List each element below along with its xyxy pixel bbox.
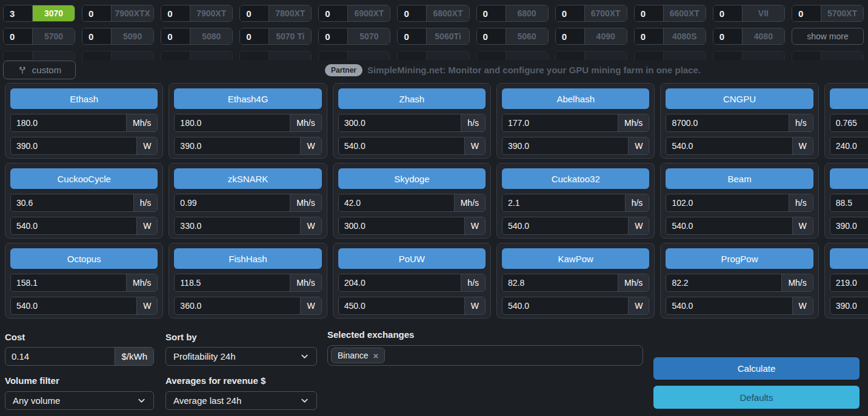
algorithm-button[interactable]: FishHash bbox=[174, 248, 321, 269]
power-input[interactable] bbox=[666, 137, 792, 154]
custom-button[interactable]: custom bbox=[3, 61, 76, 79]
algorithm-button[interactable]: PoUW bbox=[338, 248, 486, 269]
algorithm-button[interactable]: Xelishashv2 bbox=[830, 168, 868, 189]
gpu-count-input[interactable] bbox=[398, 28, 427, 44]
sort-by-select[interactable]: Profitability 24h bbox=[165, 347, 317, 366]
hashrate-input[interactable] bbox=[11, 114, 126, 131]
gpu-count-input[interactable] bbox=[792, 5, 821, 21]
remove-tag-icon[interactable] bbox=[373, 351, 379, 360]
gpu-count-input[interactable] bbox=[477, 5, 506, 21]
power-input[interactable] bbox=[339, 217, 464, 234]
gpu-count-input[interactable] bbox=[635, 28, 664, 44]
gpu-count-input[interactable] bbox=[4, 5, 33, 21]
algorithm-button[interactable]: CNGPU bbox=[666, 88, 813, 109]
gpu-toggle-button[interactable]: 5070 Ti bbox=[269, 28, 311, 44]
gpu-count-input[interactable] bbox=[161, 5, 190, 21]
gpu-toggle-button[interactable]: 6800 bbox=[506, 5, 548, 21]
power-input[interactable] bbox=[11, 297, 136, 314]
hashrate-input[interactable] bbox=[11, 194, 133, 211]
hashrate-input[interactable] bbox=[502, 274, 618, 291]
hashrate-input[interactable] bbox=[666, 114, 789, 131]
power-input[interactable] bbox=[11, 217, 136, 234]
gpu-count-input[interactable] bbox=[4, 28, 33, 44]
gpu-toggle-button[interactable]: 6700XT bbox=[585, 5, 627, 21]
gpu-toggle-button[interactable]: 4080 bbox=[743, 28, 784, 44]
selected-exchanges-input[interactable]: Binance bbox=[327, 345, 643, 366]
algorithm-button[interactable]: NexaPow bbox=[830, 248, 868, 269]
volume-filter-select[interactable]: Any volume bbox=[5, 391, 154, 410]
hashrate-input[interactable] bbox=[666, 274, 781, 291]
hashrate-input[interactable] bbox=[830, 274, 868, 291]
power-input[interactable] bbox=[666, 297, 792, 314]
power-input[interactable] bbox=[175, 297, 300, 314]
gpu-toggle-button[interactable]: 3070 bbox=[33, 5, 75, 21]
gpu-count-input[interactable] bbox=[319, 28, 348, 44]
gpu-count-input[interactable] bbox=[635, 5, 664, 21]
gpu-toggle-button[interactable]: 5700XT bbox=[821, 5, 863, 21]
gpu-count-input[interactable] bbox=[82, 28, 112, 44]
gpu-count-input[interactable] bbox=[240, 5, 269, 21]
gpu-count-input[interactable] bbox=[713, 28, 743, 44]
power-input[interactable] bbox=[11, 137, 136, 154]
algorithm-button[interactable]: Beam bbox=[666, 168, 813, 189]
algorithm-button[interactable]: Zhash bbox=[338, 88, 486, 109]
algorithm-button[interactable]: Octopus bbox=[10, 248, 158, 269]
power-input[interactable] bbox=[666, 217, 792, 234]
gpu-toggle-button[interactable]: 7800XT bbox=[269, 5, 311, 21]
hashrate-input[interactable] bbox=[339, 114, 461, 131]
hashrate-input[interactable] bbox=[175, 114, 290, 131]
algorithm-button[interactable]: Hoohash bbox=[830, 88, 868, 109]
gpu-toggle-button[interactable]: 4080S bbox=[664, 28, 706, 44]
power-input[interactable] bbox=[830, 137, 868, 154]
algorithm-button[interactable]: Abelhash bbox=[502, 88, 649, 109]
gpu-count-input[interactable] bbox=[319, 5, 348, 21]
gpu-count-input[interactable] bbox=[398, 5, 427, 21]
gpu-toggle-button[interactable]: 5080 bbox=[190, 28, 232, 44]
hashrate-input[interactable] bbox=[830, 194, 868, 211]
algorithm-button[interactable]: Ethash bbox=[10, 88, 158, 109]
defaults-button[interactable]: Defaults bbox=[653, 386, 860, 409]
gpu-toggle-button[interactable]: 5090 bbox=[112, 28, 153, 44]
hashrate-input[interactable] bbox=[175, 194, 290, 211]
algorithm-button[interactable]: KawPow bbox=[502, 248, 649, 269]
gpu-count-input[interactable] bbox=[713, 5, 743, 21]
power-input[interactable] bbox=[175, 137, 300, 154]
power-input[interactable] bbox=[339, 297, 464, 314]
hashrate-input[interactable] bbox=[11, 274, 126, 291]
hashrate-input[interactable] bbox=[502, 194, 625, 211]
power-input[interactable] bbox=[175, 217, 300, 234]
algorithm-button[interactable]: zkSNARK bbox=[174, 168, 321, 189]
cost-input[interactable] bbox=[5, 348, 115, 365]
gpu-count-input[interactable] bbox=[556, 28, 585, 44]
power-input[interactable] bbox=[502, 297, 628, 314]
gpu-toggle-button[interactable]: 7900XTX bbox=[112, 5, 153, 21]
gpu-count-input[interactable] bbox=[477, 28, 506, 44]
hashrate-input[interactable] bbox=[175, 274, 290, 291]
algorithm-button[interactable]: Ethash4G bbox=[174, 88, 321, 109]
power-input[interactable] bbox=[830, 297, 868, 314]
hashrate-input[interactable] bbox=[666, 194, 789, 211]
hashrate-input[interactable] bbox=[502, 114, 618, 131]
algorithm-button[interactable]: CuckooCycle bbox=[10, 168, 158, 189]
hashrate-input[interactable] bbox=[830, 114, 868, 131]
power-input[interactable] bbox=[830, 217, 868, 234]
partner-link-text[interactable]: SimpleMining.net: Monitor and configure … bbox=[367, 65, 701, 75]
show-more-button[interactable]: show more bbox=[792, 28, 864, 45]
gpu-toggle-button[interactable]: 4090 bbox=[585, 28, 627, 44]
gpu-count-input[interactable] bbox=[556, 5, 585, 21]
power-input[interactable] bbox=[339, 137, 464, 154]
gpu-toggle-button[interactable]: 6800XT bbox=[427, 5, 469, 21]
gpu-count-input[interactable] bbox=[82, 5, 112, 21]
power-input[interactable] bbox=[502, 217, 628, 234]
algorithm-button[interactable]: Skydoge bbox=[338, 168, 486, 189]
algorithm-button[interactable]: Cuckatoo32 bbox=[502, 168, 649, 189]
gpu-toggle-button[interactable]: 6600XT bbox=[664, 5, 706, 21]
gpu-count-input[interactable] bbox=[240, 28, 269, 44]
hashrate-input[interactable] bbox=[339, 274, 461, 291]
averages-select[interactable]: Average last 24h bbox=[165, 391, 317, 410]
calculate-button[interactable]: Calculate bbox=[653, 357, 860, 380]
gpu-toggle-button[interactable]: VII bbox=[743, 5, 784, 21]
gpu-toggle-button[interactable]: 7900XT bbox=[190, 5, 232, 21]
gpu-toggle-button[interactable]: 5060 bbox=[506, 28, 548, 44]
power-input[interactable] bbox=[502, 137, 628, 154]
